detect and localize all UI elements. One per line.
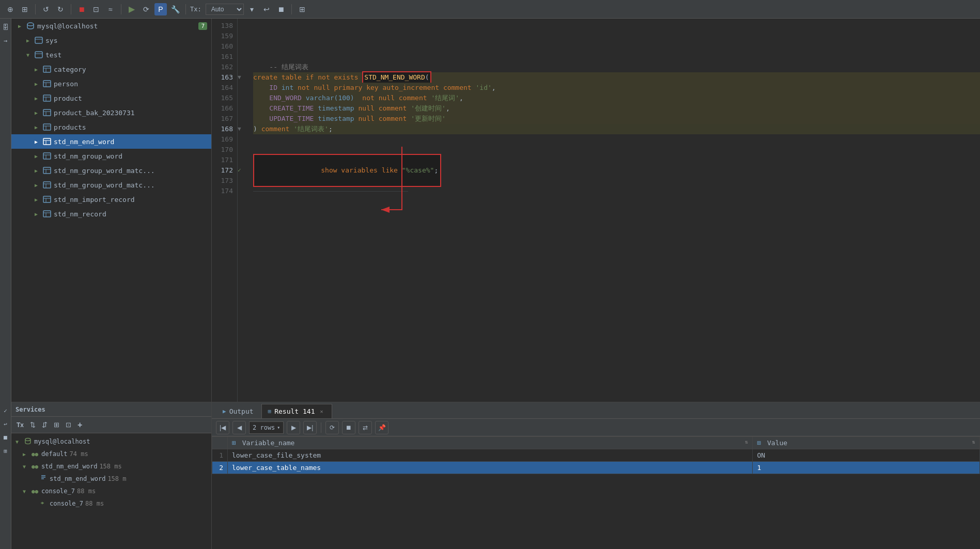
fold-168[interactable]: ▼ (238, 124, 247, 134)
results-move-btn[interactable]: ⇄ (359, 421, 372, 434)
sort-icon-variable[interactable]: ⇅ (745, 439, 748, 445)
sidebar-item-std-nm-record[interactable]: ▶ std_nm_record (11, 207, 211, 221)
sidebar-item-products[interactable]: ▶ products (11, 120, 211, 134)
products-label: products (54, 123, 207, 131)
sidebar-item-product-bak[interactable]: ▶ product_bak_20230731 (11, 105, 211, 120)
toolbar-tx-down-btn[interactable]: ▾ (246, 3, 258, 15)
sort-icon-value[interactable]: ⇅ (972, 439, 975, 445)
svc-item-console7-group[interactable]: ▼ ●● console_7 88 ms (11, 485, 211, 497)
person-label: person (54, 80, 207, 88)
th-variable-name[interactable]: ⊞ Variable_name ⇅ (228, 437, 753, 449)
nav-prev-btn[interactable]: ◀ (232, 421, 246, 434)
toolbar-schema-btn[interactable]: ≈ (104, 3, 117, 15)
svg-rect-20 (43, 138, 51, 145)
side-icon-arrow[interactable]: → (1, 36, 10, 45)
th-value[interactable]: ⊞ Value ⇅ (753, 437, 980, 449)
sidebar-item-person[interactable]: ▶ person (11, 76, 211, 91)
side-icon-db[interactable]: 🗄 (1, 23, 10, 32)
results-table: ⊞ Variable_name ⇅ ⊞ Value ⇅ (212, 436, 980, 549)
ln-159: 159 (212, 31, 237, 41)
svc-console7-query-label: console_7 (50, 500, 83, 507)
sidebar-item-std-nm-group-word-match2[interactable]: ▶ std_nm_group_word_matc... (11, 178, 211, 192)
results-stop-btn[interactable]: ⏹ (342, 421, 355, 434)
nm-record-arrow: ▶ (32, 210, 40, 218)
toolbar-add-btn[interactable]: ⊕ (4, 3, 17, 15)
ln-170: 170 (212, 145, 237, 155)
sidebar-item-std-nm-group-word-match1[interactable]: ▶ std_nm_group_word_matc... (11, 163, 211, 178)
nm-record-label: std_nm_record (54, 210, 207, 218)
svc-item-end-word-session[interactable]: ▼ ●● std_nm_end_word 158 ms (11, 460, 211, 473)
svc-item-end-word-query[interactable]: std_nm_end_word 158 m (11, 473, 211, 485)
toolbar-grid2-btn[interactable]: ⊞ (296, 3, 308, 15)
nav-first-btn[interactable]: |◀ (216, 421, 229, 434)
import-record-arrow: ▶ (32, 195, 40, 203)
rows-selector[interactable]: 2 rows ▾ (249, 421, 284, 434)
svc-side-grid[interactable]: ⊞ (1, 446, 10, 456)
services-side-icons: ✓ ↩ ⏹ ⊞ (0, 402, 11, 549)
ln-173: 173 (212, 176, 237, 186)
category-label: category (54, 66, 207, 73)
toolbar-commit-btn[interactable]: ⏹ (275, 3, 287, 15)
rownum-1: 1 (212, 449, 228, 462)
svc-item-console7-query[interactable]: console_7 88 ms (11, 497, 211, 510)
th-rownum (212, 437, 228, 449)
table-row-1[interactable]: 1 lower_case_file_system ON (212, 449, 980, 462)
toolbar-format-btn[interactable]: ⊡ (90, 3, 102, 15)
svc-item-default[interactable]: ▶ ●● default 74 ms (11, 448, 211, 460)
toolbar-run-btn[interactable]: ▶ (126, 3, 138, 15)
connection-count: 7 (198, 22, 207, 30)
results-pin-btn[interactable]: 📌 (375, 421, 388, 434)
sidebar-tree: ▶ mysql@localhost 7 ▶ (11, 19, 211, 221)
sidebar-item-std-nm-group-word[interactable]: ▶ std_nm_group_word (11, 149, 211, 163)
result-tab-close[interactable]: ✕ (318, 408, 325, 415)
category-icon (42, 65, 52, 74)
svc-btn-tx[interactable]: Tx (14, 420, 26, 430)
tab-result[interactable]: ⊞ Result 141 ✕ (261, 404, 332, 418)
svc-side-stop[interactable]: ⏹ (1, 433, 10, 442)
svc-side-undo[interactable]: ↩ (1, 419, 10, 429)
nav-next-btn[interactable]: ▶ (287, 421, 300, 434)
output-icon: ▶ (223, 408, 226, 415)
tx-select[interactable]: Auto Manual (206, 4, 244, 15)
svg-rect-32 (43, 196, 51, 202)
svc-console7-query-icon (40, 499, 48, 508)
nav-last-btn[interactable]: ▶| (303, 421, 317, 434)
category-arrow: ▶ (32, 65, 40, 73)
sidebar-item-sys[interactable]: ▶ sys (11, 33, 211, 48)
sidebar-item-std-nm-import-record[interactable]: ▶ std_nm_import_record (11, 192, 211, 207)
fold-163[interactable]: ▼ (238, 72, 247, 83)
svg-rect-5 (43, 66, 51, 72)
sidebar-item-std-nm-end-word[interactable]: ▶ std_nm_end_word (11, 134, 211, 149)
results-refresh-btn[interactable]: ⟳ (325, 421, 339, 434)
sidebar-connection[interactable]: ▶ mysql@localhost 7 (11, 19, 211, 33)
svc-side-check[interactable]: ✓ (1, 406, 10, 415)
toolbar-undo-btn[interactable]: ↺ (40, 3, 52, 15)
test-label: test (45, 51, 207, 59)
code-area[interactable]: -- 结尾词表 create table if not exists STD_N… (247, 19, 980, 402)
svc-btn-pin[interactable]: ⊡ (64, 420, 73, 430)
toolbar-grid-btn[interactable]: ⊞ (19, 3, 31, 15)
toolbar-redo-btn[interactable]: ↻ (54, 3, 67, 15)
svc-btn-grid[interactable]: ⊞ (52, 420, 61, 430)
test-arrow: ▼ (24, 51, 32, 59)
svc-item-root[interactable]: ▼ mysql@localhost (11, 435, 211, 448)
toolbar-stop-btn[interactable]: ⏹ (75, 3, 88, 15)
product-label: product (54, 95, 207, 102)
toolbar-tx-back-btn[interactable]: ↩ (260, 3, 273, 15)
sidebar-item-test[interactable]: ▼ test (11, 48, 211, 62)
toolbar-refresh-btn[interactable]: ⟳ (140, 3, 152, 15)
table-row-2[interactable]: 2 lower_case_table_names 1 (212, 462, 980, 474)
svc-btn-sort-desc[interactable]: ⇵ (40, 420, 50, 430)
svc-btn-sort-asc[interactable]: ⇅ (28, 420, 38, 430)
sidebar-item-product[interactable]: ▶ product (11, 91, 211, 105)
code-line-159 (253, 31, 980, 41)
main-toolbar: ⊕ ⊞ ↺ ↻ ⏹ ⊡ ≈ ▶ ⟳ P 🔧 Tx: Auto Manual ▾ … (0, 0, 980, 19)
toolbar-pin-btn[interactable]: P (154, 3, 167, 15)
sidebar-item-category[interactable]: ▶ category (11, 62, 211, 76)
services-toolbar: Tx ⇅ ⇵ ⊞ ⊡ + (11, 417, 211, 433)
svc-btn-add[interactable]: + (75, 419, 84, 431)
code-line-168: ) comment '结尾词表'; (253, 124, 980, 134)
tab-output[interactable]: ▶ Output (216, 404, 260, 418)
toolbar-key-btn[interactable]: 🔧 (169, 3, 181, 15)
rows-dropdown-arrow: ▾ (277, 425, 280, 430)
